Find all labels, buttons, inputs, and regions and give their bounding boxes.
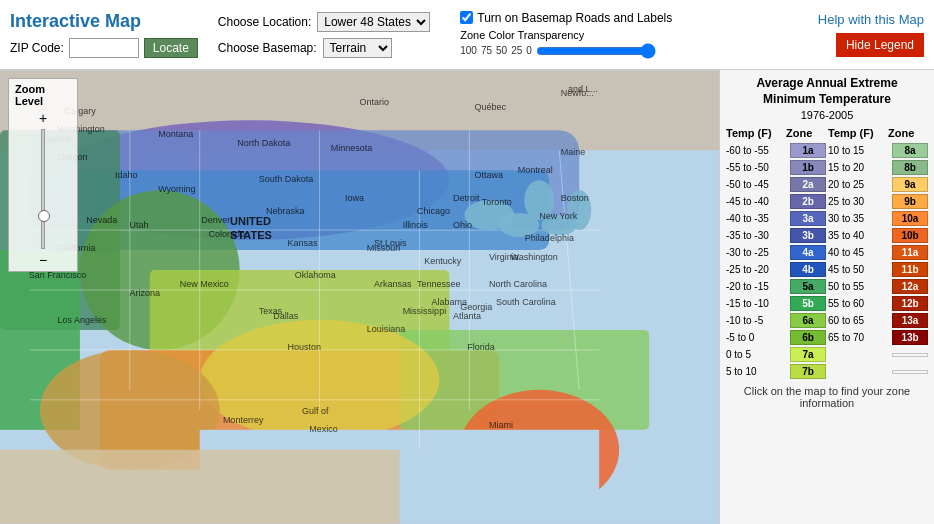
legend-row: -10 to -5 6a 60 to 65 13a xyxy=(726,313,928,328)
zone-badge-left: 2b xyxy=(790,194,826,209)
slider-0-label: 0 xyxy=(526,45,532,56)
temp-range-right: 65 to 70 xyxy=(828,332,890,343)
zone-badge-left: 4b xyxy=(790,262,826,277)
temp-range-right: 15 to 20 xyxy=(828,162,890,173)
zone-badge-left: 5b xyxy=(790,296,826,311)
zone-badge-left: 6b xyxy=(790,330,826,345)
locate-button[interactable]: Locate xyxy=(144,38,198,58)
legend-header-temp1: Temp (F) xyxy=(726,127,784,139)
temp-range-left: -15 to -10 xyxy=(726,298,788,309)
legend-row: -45 to -40 2b 25 to 30 9b xyxy=(726,194,928,209)
legend-headers: Temp (F) Zone Temp (F) Zone xyxy=(726,127,928,139)
zoom-title: Zoom Level xyxy=(15,83,71,107)
temp-range-left: -60 to -55 xyxy=(726,145,788,156)
temp-range-right: 25 to 30 xyxy=(828,196,890,207)
legend-row: -25 to -20 4b 45 to 50 11b xyxy=(726,262,928,277)
legend-row: -30 to -25 4a 40 to 45 11a xyxy=(726,245,928,260)
zip-label: ZIP Code: xyxy=(10,41,64,55)
legend-header-zone1: Zone xyxy=(786,127,826,139)
basemap-label: Choose Basemap: xyxy=(218,41,317,55)
temp-range-left: 0 to 5 xyxy=(726,349,788,360)
zone-badge-right: 12a xyxy=(892,279,928,294)
zone-badge-left: 1a xyxy=(790,143,826,158)
zone-badge-right: 10b xyxy=(892,228,928,243)
zone-badge-left: 1b xyxy=(790,160,826,175)
zone-badge-left: 3b xyxy=(790,228,826,243)
zone-badge-right: 9b xyxy=(892,194,928,209)
temp-range-left: -20 to -15 xyxy=(726,281,788,292)
legend-row: -40 to -35 3a 30 to 35 10a xyxy=(726,211,928,226)
zoom-thumb[interactable] xyxy=(38,210,50,222)
page-title: Interactive Map xyxy=(10,11,198,32)
legend-row: -55 to -50 1b 15 to 20 8b xyxy=(726,160,928,175)
location-label: Choose Location: xyxy=(218,15,311,29)
zone-badge-left: 7b xyxy=(790,364,826,379)
map-area[interactable]: Zoom Level + − CalgaryOntarioQuébecNewfo… xyxy=(0,70,719,524)
temp-range-left: -25 to -20 xyxy=(726,264,788,275)
zoom-panel: Zoom Level + − xyxy=(8,78,78,272)
temp-range-right: 50 to 55 xyxy=(828,281,890,292)
temp-range-left: 5 to 10 xyxy=(726,366,788,377)
zip-input[interactable] xyxy=(69,38,139,58)
legend-years: 1976-2005 xyxy=(726,109,928,121)
roads-label: Turn on Basemap Roads and Labels xyxy=(477,11,672,25)
legend-footer: Click on the map to find your zone infor… xyxy=(726,385,928,409)
zone-badge-right: 10a xyxy=(892,211,928,226)
legend-panel: Average Annual ExtremeMinimum Temperatur… xyxy=(719,70,934,524)
zone-badge-right: 11b xyxy=(892,262,928,277)
legend-title: Average Annual ExtremeMinimum Temperatur… xyxy=(726,76,928,107)
zone-badge-left: 4a xyxy=(790,245,826,260)
slider-25-label: 25 xyxy=(511,45,522,56)
svg-rect-15 xyxy=(0,450,399,524)
zone-badge-left: 5a xyxy=(790,279,826,294)
temp-range-right: 55 to 60 xyxy=(828,298,890,309)
zone-badge-right: 13b xyxy=(892,330,928,345)
legend-row: -35 to -30 3b 35 to 40 10b xyxy=(726,228,928,243)
hide-legend-button[interactable]: Hide Legend xyxy=(836,33,924,57)
zone-badge-right xyxy=(892,353,928,357)
slider-75-label: 75 xyxy=(481,45,492,56)
temp-range-right: 35 to 40 xyxy=(828,230,890,241)
roads-checkbox[interactable] xyxy=(460,11,473,24)
temp-range-right: 30 to 35 xyxy=(828,213,890,224)
legend-row: 0 to 5 7a xyxy=(726,347,928,362)
legend-header-zone2: Zone xyxy=(888,127,928,139)
zone-badge-left: 7a xyxy=(790,347,826,362)
temp-range-left: -5 to 0 xyxy=(726,332,788,343)
slider-50-label: 50 xyxy=(496,45,507,56)
legend-row: -5 to 0 6b 65 to 70 13b xyxy=(726,330,928,345)
temp-range-left: -50 to -45 xyxy=(726,179,788,190)
temp-range-right: 10 to 15 xyxy=(828,145,890,156)
zone-badge-left: 2a xyxy=(790,177,826,192)
svg-point-30 xyxy=(567,190,591,230)
zone-badge-right: 11a xyxy=(892,245,928,260)
temp-range-left: -55 to -50 xyxy=(726,162,788,173)
zone-badge-left: 6a xyxy=(790,313,826,328)
temp-range-right: 60 to 65 xyxy=(828,315,890,326)
temp-range-left: -40 to -35 xyxy=(726,213,788,224)
zoom-track[interactable] xyxy=(41,129,45,249)
svg-point-28 xyxy=(499,213,539,237)
temp-range-left: -35 to -30 xyxy=(726,230,788,241)
temp-range-right: 40 to 45 xyxy=(828,247,890,258)
temp-range-right: 20 to 25 xyxy=(828,179,890,190)
zone-badge-right xyxy=(892,370,928,374)
help-link[interactable]: Help with this Map xyxy=(818,12,924,27)
zoom-minus-button[interactable]: − xyxy=(39,253,47,267)
zoom-plus-button[interactable]: + xyxy=(39,111,47,125)
legend-row: -60 to -55 1a 10 to 15 8a xyxy=(726,143,928,158)
temp-range-right: 45 to 50 xyxy=(828,264,890,275)
temp-range-left: -30 to -25 xyxy=(726,247,788,258)
temp-range-left: -45 to -40 xyxy=(726,196,788,207)
legend-row: 5 to 10 7b xyxy=(726,364,928,379)
location-select[interactable]: Lower 48 States Alaska Hawaii Puerto Ric… xyxy=(317,12,430,32)
slider-max-label: 100 xyxy=(460,45,477,56)
zone-badge-right: 13a xyxy=(892,313,928,328)
transparency-slider[interactable] xyxy=(536,43,656,59)
zone-badge-right: 8b xyxy=(892,160,928,175)
zone-badge-right: 8a xyxy=(892,143,928,158)
transparency-label: Zone Color Transparency xyxy=(460,29,672,41)
legend-row: -20 to -15 5a 50 to 55 12a xyxy=(726,279,928,294)
basemap-select[interactable]: Terrain Satellite Street xyxy=(323,38,392,58)
svg-point-27 xyxy=(524,180,554,220)
